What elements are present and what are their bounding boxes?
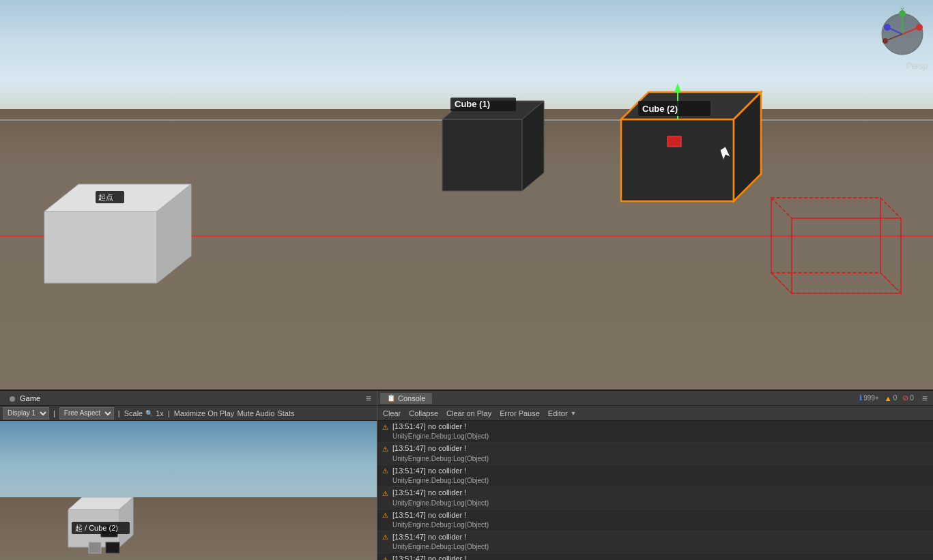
scene-gizmo[interactable]: Y (875, 3, 930, 58)
clear-button[interactable]: Clear (382, 409, 402, 417)
display-select[interactable]: Display 1 (3, 407, 49, 419)
msg-text-6: [13:51:47] no collider !UnityEngine.Debu… (392, 554, 489, 560)
console-panel: 📋 Console ℹ 999+ ▲ 0 ⊘ 0 ≡ (377, 391, 933, 560)
warn-msg-icon: ⚠ (380, 511, 390, 520)
scale-icon: 🔍 (145, 410, 153, 417)
console-tab-bar: 📋 Console ℹ 999+ ▲ 0 ⊘ 0 ≡ (377, 391, 933, 406)
perspective-label: Persp (906, 61, 928, 71)
err-icon: ⊘ (902, 394, 908, 402)
msg-text-4: [13:51:47] no collider !UnityEngine.Debu… (392, 510, 489, 530)
info-count: 999+ (863, 394, 879, 402)
toolbar-sep3: | (168, 409, 170, 417)
game-tab[interactable]: Game (3, 393, 47, 404)
game-tab-bar: Game ≡ (0, 391, 377, 406)
scale-label: Scale (124, 409, 143, 417)
warn-msg-icon: ⚠ (380, 444, 390, 454)
collapse-button[interactable]: Collapse (407, 409, 440, 417)
msg-text-1: [13:51:47] no collider !UnityEngine.Debu… (392, 443, 489, 463)
info-icon: ℹ (859, 394, 862, 402)
svg-rect-48 (106, 542, 119, 553)
editor-button[interactable]: Editor (547, 409, 569, 417)
svg-point-39 (882, 38, 888, 44)
maximize-on-play[interactable]: Maximize On Play (174, 409, 235, 417)
console-badge-info: ℹ 999+ (859, 394, 879, 402)
toolbar-sep2: | (118, 409, 120, 417)
svg-marker-0 (44, 211, 157, 283)
svg-rect-47 (89, 542, 101, 553)
warn-msg-icon: ⚠ (380, 533, 390, 542)
msg-text-5: [13:51:47] no collider !UnityEngine.Debu… (392, 532, 489, 552)
stats-button[interactable]: Stats (277, 409, 294, 417)
svg-text:Cube (1): Cube (1) (455, 99, 490, 109)
console-badge-err: ⊘ 0 (902, 394, 914, 402)
error-pause-button[interactable]: Error Pause (498, 409, 541, 417)
scale-value: 1x (156, 409, 164, 417)
editor-arrow: ▼ (571, 410, 577, 417)
svg-marker-20 (771, 198, 792, 293)
svg-point-37 (884, 24, 891, 31)
console-menu-icon[interactable]: ≡ (919, 393, 930, 404)
console-tab-label: Console (398, 394, 425, 402)
game-svg: 起 / Cube (2) (0, 421, 377, 560)
svg-text:起点: 起点 (98, 193, 113, 201)
err-count: 0 (910, 394, 914, 402)
game-tab-label: Game (20, 394, 40, 402)
svg-marker-14 (674, 83, 681, 92)
console-msg-4[interactable]: ⚠[13:51:47] no collider !UnityEngine.Deb… (377, 510, 933, 531)
console-msg-6[interactable]: ⚠[13:51:47] no collider !UnityEngine.Deb… (377, 553, 933, 560)
warn-msg-icon: ⚠ (380, 422, 390, 432)
console-msg-3[interactable]: ⚠[13:51:47] no collider !UnityEngine.Deb… (377, 487, 933, 509)
scene-view[interactable]: 起点 Cube (1) Cube (2) (0, 0, 933, 391)
console-msg-0[interactable]: ⚠[13:51:47] no collider !UnityEngine.Deb… (377, 421, 933, 443)
console-tab[interactable]: 📋 Console (380, 393, 432, 404)
svg-text:Cube (2): Cube (2) (642, 104, 678, 114)
svg-marker-5 (442, 119, 522, 191)
svg-marker-21 (880, 198, 901, 293)
console-msg-5[interactable]: ⚠[13:51:47] no collider !UnityEngine.Deb… (377, 531, 933, 553)
game-panel-menu-icon[interactable]: ≡ (363, 393, 374, 404)
game-tab-icon (10, 396, 15, 402)
aspect-select[interactable]: Free Aspect (59, 407, 114, 419)
bottom-area: Game ≡ Display 1 | Free Aspect | Scale 🔍… (0, 391, 933, 560)
svg-rect-15 (668, 136, 681, 147)
game-panel: Game ≡ Display 1 | Free Aspect | Scale 🔍… (0, 391, 377, 560)
svg-marker-10 (621, 119, 734, 201)
msg-text-2: [13:51:47] no collider !UnityEngine.Debu… (392, 466, 489, 486)
warn-msg-icon: ⚠ (380, 488, 390, 498)
svg-text:Y: Y (900, 6, 904, 13)
svg-point-33 (916, 24, 923, 31)
clear-on-play-button[interactable]: Clear on Play (445, 409, 493, 417)
game-content: 起 / Cube (2) (0, 421, 377, 560)
msg-text-3: [13:51:47] no collider !UnityEngine.Debu… (392, 488, 489, 507)
svg-marker-19 (771, 198, 901, 218)
console-tab-icon: 📋 (387, 394, 395, 402)
mute-audio[interactable]: Mute Audio (237, 409, 274, 417)
warn-count: 0 (893, 394, 898, 402)
warn-msg-icon: ⚠ (380, 467, 390, 476)
msg-text-0: [13:51:47] no collider !UnityEngine.Debu… (392, 422, 489, 441)
warn-icon: ▲ (885, 394, 892, 402)
warn-msg-icon: ⚠ (380, 555, 390, 560)
console-messages[interactable]: ⚠[13:51:47] no collider !UnityEngine.Deb… (377, 421, 933, 560)
svg-marker-22 (771, 273, 901, 293)
svg-text:起 / Cube (2): 起 / Cube (2) (75, 524, 118, 532)
console-badge-warn: ▲ 0 (885, 394, 897, 402)
game-toolbar: Display 1 | Free Aspect | Scale 🔍 1x | M… (0, 406, 377, 421)
console-msg-1[interactable]: ⚠[13:51:47] no collider !UnityEngine.Deb… (377, 443, 933, 465)
console-toolbar: Clear Collapse Clear on Play Error Pause… (377, 406, 933, 421)
scene-svg: 起点 Cube (1) Cube (2) (0, 0, 933, 391)
console-msg-2[interactable]: ⚠[13:51:47] no collider !UnityEngine.Deb… (377, 465, 933, 487)
toolbar-sep1: | (53, 409, 55, 417)
